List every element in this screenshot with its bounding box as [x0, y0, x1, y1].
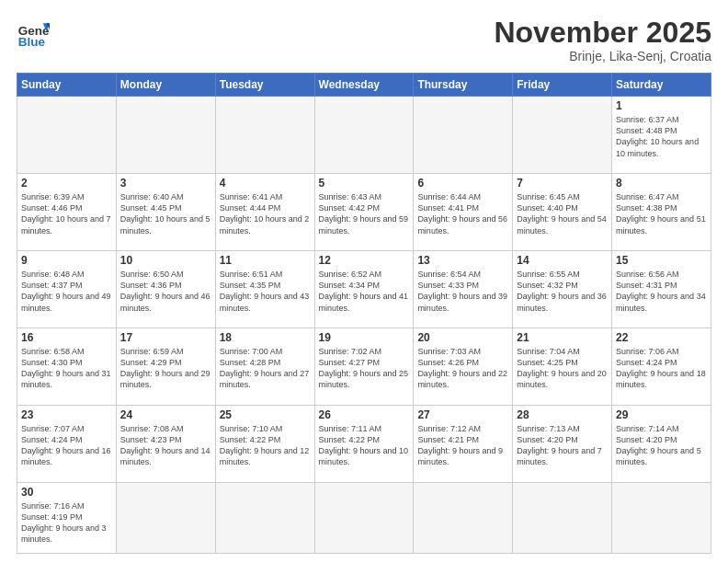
day-20: 20 Sunrise: 7:03 AMSunset: 4:26 PMDaylig… [414, 328, 513, 406]
table-row: 16 Sunrise: 6:58 AMSunset: 4:30 PMDaylig… [17, 328, 711, 406]
day-2: 2 Sunrise: 6:39 AMSunset: 4:46 PMDayligh… [17, 174, 117, 251]
empty-cell [414, 482, 513, 553]
sunset-label: Sunset: [616, 126, 646, 135]
daylight-label: Daylight: [616, 137, 651, 146]
weekday-header-row: Sunday Monday Tuesday Wednesday Thursday… [17, 74, 711, 97]
day-8: 8 Sunrise: 6:47 AMSunset: 4:38 PMDayligh… [612, 174, 711, 251]
day-26: 26 Sunrise: 7:11 AMSunset: 4:22 PMDaylig… [314, 406, 414, 483]
header-sunday: Sunday [17, 74, 117, 97]
empty-cell [116, 97, 215, 174]
day-6: 6 Sunrise: 6:44 AMSunset: 4:41 PMDayligh… [414, 174, 513, 251]
day-4: 4 Sunrise: 6:41 AMSunset: 4:44 PMDayligh… [215, 174, 314, 251]
day-7: 7 Sunrise: 6:45 AMSunset: 4:40 PMDayligh… [513, 174, 612, 251]
day-3: 3 Sunrise: 6:40 AMSunset: 4:45 PMDayligh… [116, 174, 215, 251]
page: General Blue November 2025 Brinje, Lika-… [0, 0, 728, 563]
logo: General Blue [17, 17, 50, 50]
day-15: 15 Sunrise: 6:56 AMSunset: 4:31 PMDaylig… [612, 251, 711, 328]
sunrise-1: 6:37 AM [649, 115, 679, 124]
day-12: 12 Sunrise: 6:52 AMSunset: 4:34 PMDaylig… [314, 251, 414, 328]
day-13: 13 Sunrise: 6:54 AMSunset: 4:33 PMDaylig… [414, 251, 513, 328]
sunset-1: 4:48 PM [646, 126, 677, 135]
empty-cell [513, 482, 612, 553]
day-22: 22 Sunrise: 7:06 AMSunset: 4:24 PMDaylig… [612, 328, 711, 406]
header-friday: Friday [513, 74, 612, 97]
day-30: 30 Sunrise: 7:16 AMSunset: 4:19 PMDaylig… [17, 482, 117, 553]
day-29: 29 Sunrise: 7:14 AMSunset: 4:20 PMDaylig… [612, 406, 711, 483]
header-wednesday: Wednesday [314, 74, 414, 97]
day-14: 14 Sunrise: 6:55 AMSunset: 4:32 PMDaylig… [513, 251, 612, 328]
table-row: 9 Sunrise: 6:48 AMSunset: 4:37 PMDayligh… [17, 251, 711, 328]
table-row: 2 Sunrise: 6:39 AMSunset: 4:46 PMDayligh… [17, 174, 711, 251]
day-18: 18 Sunrise: 7:00 AMSunset: 4:28 PMDaylig… [215, 328, 314, 406]
header-saturday: Saturday [612, 74, 711, 97]
empty-cell [314, 97, 414, 174]
calendar-title: November 2025 [494, 17, 711, 49]
day-11: 11 Sunrise: 6:51 AMSunset: 4:35 PMDaylig… [215, 251, 314, 328]
day-19: 19 Sunrise: 7:02 AMSunset: 4:27 PMDaylig… [314, 328, 414, 406]
empty-cell [513, 97, 612, 174]
day-17: 17 Sunrise: 6:59 AMSunset: 4:29 PMDaylig… [116, 328, 215, 406]
day-24: 24 Sunrise: 7:08 AMSunset: 4:23 PMDaylig… [116, 406, 215, 483]
header-monday: Monday [116, 74, 215, 97]
table-row: 30 Sunrise: 7:16 AMSunset: 4:19 PMDaylig… [17, 482, 711, 553]
empty-cell [215, 482, 314, 553]
day-27: 27 Sunrise: 7:12 AMSunset: 4:21 PMDaylig… [414, 406, 513, 483]
svg-text:Blue: Blue [18, 35, 46, 49]
empty-cell [116, 482, 215, 553]
header-thursday: Thursday [414, 74, 513, 97]
sunrise-label: Sunrise: [616, 115, 649, 124]
calendar-table: Sunday Monday Tuesday Wednesday Thursday… [17, 73, 711, 554]
day-23: 23 Sunrise: 7:07 AMSunset: 4:24 PMDaylig… [17, 406, 117, 483]
day-9: 9 Sunrise: 6:48 AMSunset: 4:37 PMDayligh… [17, 251, 117, 328]
day-16: 16 Sunrise: 6:58 AMSunset: 4:30 PMDaylig… [17, 328, 117, 406]
day-28: 28 Sunrise: 7:13 AMSunset: 4:20 PMDaylig… [513, 406, 612, 483]
empty-cell [414, 97, 513, 174]
header-tuesday: Tuesday [215, 74, 314, 97]
day-10: 10 Sunrise: 6:50 AMSunset: 4:36 PMDaylig… [116, 251, 215, 328]
day-5: 5 Sunrise: 6:43 AMSunset: 4:42 PMDayligh… [314, 174, 414, 251]
day-21: 21 Sunrise: 7:04 AMSunset: 4:25 PMDaylig… [513, 328, 612, 406]
table-row: 1 Sunrise: 6:37 AM Sunset: 4:48 PM Dayli… [17, 97, 711, 174]
calendar-subtitle: Brinje, Lika-Senj, Croatia [494, 49, 711, 63]
empty-cell [314, 482, 414, 553]
empty-cell [17, 97, 117, 174]
day-25: 25 Sunrise: 7:10 AMSunset: 4:22 PMDaylig… [215, 406, 314, 483]
logo-icon: General Blue [17, 17, 50, 50]
header: General Blue November 2025 Brinje, Lika-… [17, 17, 711, 63]
empty-cell [215, 97, 314, 174]
table-row: 23 Sunrise: 7:07 AMSunset: 4:24 PMDaylig… [17, 406, 711, 483]
day-1: 1 Sunrise: 6:37 AM Sunset: 4:48 PM Dayli… [612, 97, 711, 174]
title-block: November 2025 Brinje, Lika-Senj, Croatia [494, 17, 711, 63]
empty-cell [612, 482, 711, 553]
